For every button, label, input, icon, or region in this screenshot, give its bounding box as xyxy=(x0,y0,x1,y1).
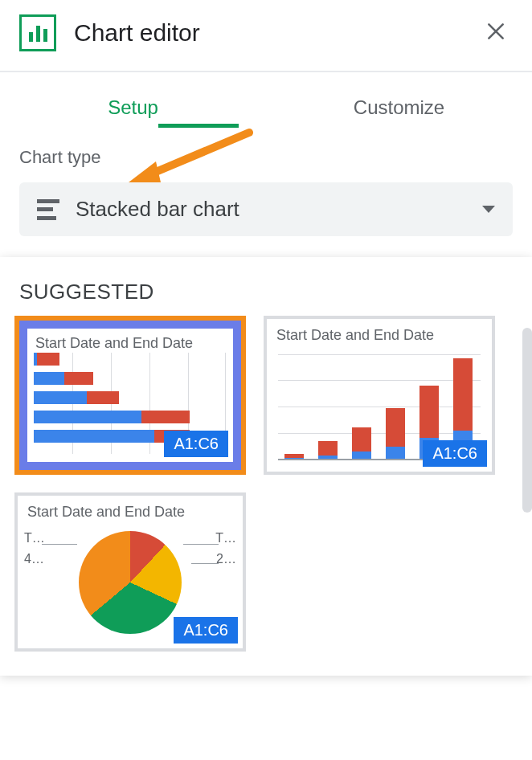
close-icon xyxy=(485,21,506,42)
thumb-title: Start Date and End Date xyxy=(27,504,233,521)
thumb-title: Start Date and End Date xyxy=(276,327,482,344)
pie-label: 2… xyxy=(216,552,236,566)
pie-label: 4… xyxy=(24,552,44,566)
suggested-thumbs: Start Date and End Date A1:C6 Start Date… xyxy=(14,316,518,652)
chart-editor-icon xyxy=(19,14,56,51)
svg-marker-1 xyxy=(129,161,161,182)
chart-type-dropdown[interactable]: Stacked bar chart xyxy=(19,182,513,236)
annotation-arrow-icon xyxy=(129,126,257,190)
pie-label: T… xyxy=(215,531,236,545)
range-badge: A1:C6 xyxy=(164,431,228,457)
thumb-title: Start Date and End Date xyxy=(35,335,225,352)
suggested-thumb-pie[interactable]: Start Date and End Date T… 4… T… 2… A1:C… xyxy=(14,492,246,652)
suggested-heading: SUGGESTED xyxy=(19,280,518,304)
stacked-bar-icon xyxy=(37,199,59,220)
header: Chart editor xyxy=(0,0,532,71)
header-title: Chart editor xyxy=(74,19,479,47)
svg-line-0 xyxy=(146,133,249,176)
chart-type-menu: SUGGESTED Start Date and End Date A1:C6 … xyxy=(0,257,532,676)
tab-customize[interactable]: Customize xyxy=(266,72,532,135)
chart-type-label: Chart type xyxy=(19,147,513,168)
range-badge: A1:C6 xyxy=(174,617,238,644)
suggested-thumb-stacked-bar[interactable]: Start Date and End Date A1:C6 xyxy=(14,316,246,475)
chart-type-value: Stacked bar chart xyxy=(76,197,482,222)
suggested-thumb-stacked-column[interactable]: Start Date and End Date A1:C6 xyxy=(264,316,495,475)
scrollbar-thumb[interactable] xyxy=(522,328,532,513)
chart-type-section: Chart type Stacked bar chart xyxy=(0,139,532,243)
chevron-down-icon xyxy=(482,206,495,213)
close-button[interactable] xyxy=(479,15,513,51)
editor-tabs: Setup Customize xyxy=(0,72,532,135)
range-badge: A1:C6 xyxy=(423,440,487,467)
